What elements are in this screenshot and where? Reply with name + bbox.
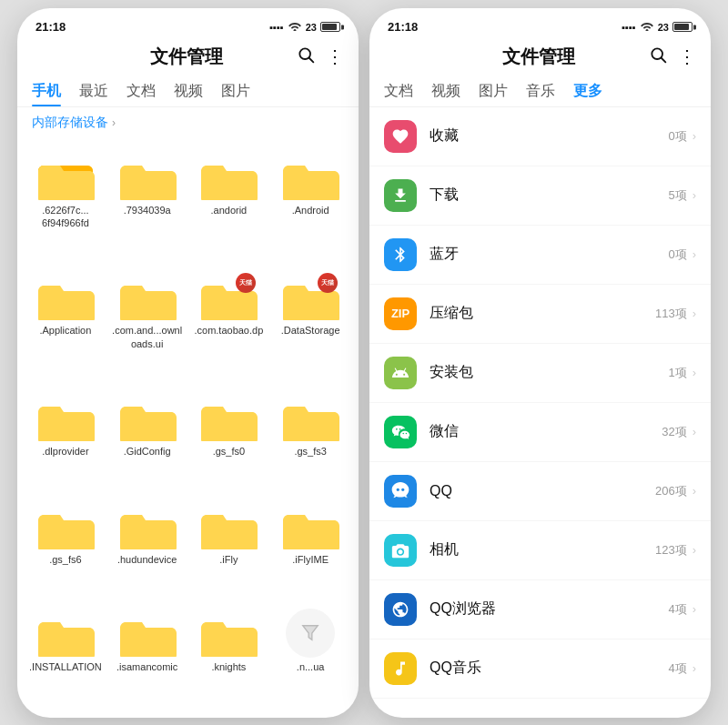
category-zip[interactable]: ZIP 压缩包 113项 › xyxy=(369,285,711,344)
folder-icon xyxy=(118,502,177,549)
favorites-icon xyxy=(384,120,417,153)
folder-item[interactable]: .n...ua xyxy=(269,602,351,710)
folder-name: .iFlyIME xyxy=(292,553,329,566)
folder-icon xyxy=(199,609,258,657)
battery-num-left: 23 xyxy=(306,22,317,33)
category-count-wechat: 32项 xyxy=(662,424,686,440)
folder-name: .Android xyxy=(292,204,329,216)
folder-icon xyxy=(199,153,258,200)
folder-icon xyxy=(36,394,95,441)
qqmusic-icon xyxy=(384,652,417,685)
category-list: 收藏 0项 › 下载 5项 › 蓝牙 0项 › xyxy=(369,107,711,718)
breadcrumb-text: 内部存储设备 xyxy=(32,115,108,131)
folder-icon xyxy=(36,153,95,200)
left-phone: 21:18 ▪▪▪▪ 23 文件管理 ⋮ xyxy=(17,8,359,718)
zip-icon: ZIP xyxy=(384,297,417,330)
category-count-qq: 206项 xyxy=(655,483,687,499)
wifi-icon-right xyxy=(640,20,654,34)
category-wechat[interactable]: 微信 32项 › xyxy=(369,403,711,462)
category-name-qqmusic: QQ音乐 xyxy=(430,659,668,678)
folder-item[interactable]: .Application xyxy=(25,266,106,387)
tab-photos-right[interactable]: 图片 xyxy=(479,76,508,106)
tab-music-right[interactable]: 音乐 xyxy=(526,76,555,106)
wifi-icon xyxy=(288,20,302,34)
folder-item[interactable]: 天猫 .com.taobao.dp xyxy=(188,266,270,387)
folder-item[interactable]: .gs_fs6 xyxy=(25,495,106,602)
folder-item[interactable]: .GidConfig xyxy=(106,387,188,494)
category-arrow-favorites: › xyxy=(693,129,696,143)
qq-icon xyxy=(384,475,417,508)
folder-item[interactable]: .gs_fs3 xyxy=(269,387,351,494)
folder-item[interactable]: 天猫 .DataStorage xyxy=(269,266,351,387)
tab-video-right[interactable]: 视频 xyxy=(431,76,460,106)
category-count-qqmusic: 4项 xyxy=(668,660,686,677)
folder-item[interactable]: .andorid xyxy=(188,146,270,267)
more-icon-right[interactable]: ⋮ xyxy=(678,45,696,67)
category-arrow-qq: › xyxy=(693,484,696,498)
folder-name: .n...ua xyxy=(297,660,325,673)
folder-item[interactable]: .gs_fs0 xyxy=(188,387,270,494)
folder-icon xyxy=(36,273,95,320)
category-name-zip: 压缩包 xyxy=(430,304,655,323)
category-name-camera: 相机 xyxy=(430,540,655,559)
category-count-zip: 113项 xyxy=(655,306,687,322)
folder-name: .hudundevice xyxy=(117,553,177,566)
folder-item[interactable]: .knights xyxy=(188,602,270,710)
category-arrow-camera: › xyxy=(693,543,696,557)
category-favorites[interactable]: 收藏 0项 › xyxy=(369,107,711,166)
folder-item[interactable]: .6226f7c...6f94f966fd xyxy=(25,146,106,267)
breadcrumb-left[interactable]: 内部存储设备 › xyxy=(17,107,359,138)
tab-photos[interactable]: 图片 xyxy=(221,76,250,106)
folder-name: .Application xyxy=(39,324,91,337)
folder-icon xyxy=(118,609,177,657)
category-name-downloads: 下载 xyxy=(430,186,668,205)
category-arrow-qqbrowser: › xyxy=(693,602,696,616)
category-count-favorites: 0项 xyxy=(668,128,686,145)
folder-name: .knights xyxy=(211,660,246,673)
folder-item[interactable]: .7934039a xyxy=(106,146,188,267)
wechat-icon xyxy=(384,416,417,448)
battery-icon-right xyxy=(672,22,693,32)
folder-name: .gs_fs0 xyxy=(213,445,245,458)
category-downloads[interactable]: 下载 5项 › xyxy=(369,166,711,226)
category-arrow-qqmusic: › xyxy=(693,661,696,675)
folder-icon xyxy=(281,609,339,657)
folder-name: .isamancomic xyxy=(116,660,177,673)
svg-line-6 xyxy=(662,57,666,62)
tab-more-right[interactable]: 更多 xyxy=(573,76,602,106)
category-name-wechat: 微信 xyxy=(430,422,662,441)
tab-video[interactable]: 视频 xyxy=(174,76,203,106)
search-icon-left[interactable] xyxy=(297,45,315,68)
tab-recent[interactable]: 最近 xyxy=(79,76,108,106)
tab-docs-right[interactable]: 文档 xyxy=(384,76,413,106)
folder-item[interactable]: .iFlyIME xyxy=(269,495,351,602)
app-title-left: 文件管理 xyxy=(76,45,297,69)
folder-item[interactable]: .Android xyxy=(269,146,351,267)
folder-item[interactable]: .iFly xyxy=(188,495,270,602)
category-qqbrowser[interactable]: QQ浏览器 4项 › xyxy=(369,580,711,639)
folder-name: .6226f7c...6f94f966fd xyxy=(42,204,89,230)
app-title-right: 文件管理 xyxy=(428,45,649,69)
category-count-apk: 1项 xyxy=(668,365,686,381)
category-arrow-wechat: › xyxy=(693,425,696,438)
folder-name: .iFly xyxy=(219,553,238,566)
folder-name: .gs_fs3 xyxy=(294,445,326,458)
folder-icon xyxy=(118,273,177,320)
search-icon-right[interactable] xyxy=(649,45,667,68)
tab-docs[interactable]: 文档 xyxy=(126,76,156,106)
folder-item[interactable]: .isamancomic xyxy=(106,602,188,710)
folder-item[interactable]: .INSTALLATION xyxy=(25,602,106,710)
tab-phone[interactable]: 手机 xyxy=(32,76,61,106)
apk-icon xyxy=(384,357,417,389)
status-bar-left: 21:18 ▪▪▪▪ 23 xyxy=(17,8,359,41)
folder-item[interactable]: .com.and...ownloads.ui xyxy=(106,266,188,387)
category-camera[interactable]: 相机 123项 › xyxy=(369,521,711,580)
folder-name: .GidConfig xyxy=(124,445,171,458)
category-qqmusic[interactable]: QQ音乐 4项 › xyxy=(369,639,711,699)
category-bluetooth[interactable]: 蓝牙 0项 › xyxy=(369,226,711,285)
more-icon-left[interactable]: ⋮ xyxy=(326,45,344,67)
folder-item[interactable]: .dlprovider xyxy=(25,387,106,494)
folder-item[interactable]: .hudundevice xyxy=(106,495,188,602)
category-apk[interactable]: 安装包 1项 › xyxy=(369,344,711,403)
category-qq[interactable]: QQ 206项 › xyxy=(369,462,711,521)
